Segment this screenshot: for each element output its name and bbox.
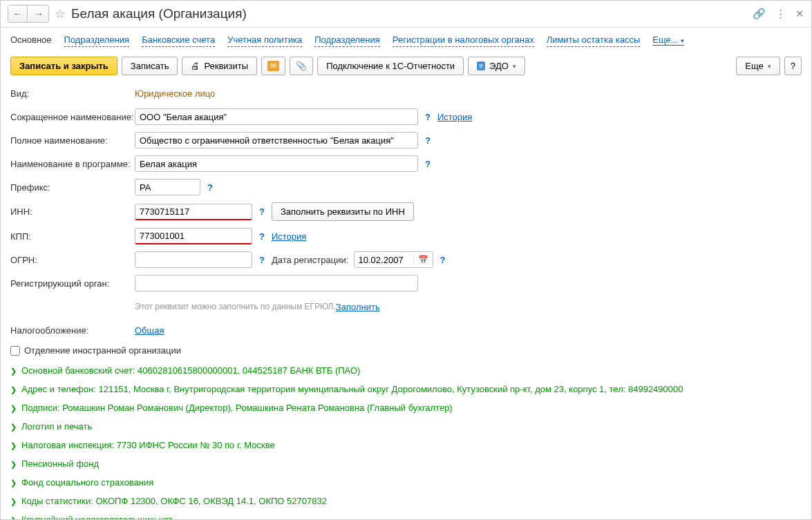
chevron-right-icon: ❯ (10, 497, 17, 506)
tab-accounting-policy[interactable]: Учетная политика (227, 35, 302, 47)
reg-date-input[interactable] (355, 253, 413, 267)
paperclip-icon (296, 61, 307, 71)
tab-subdivisions-2[interactable]: Подразделения (314, 35, 380, 47)
kpp-help[interactable]: ? (259, 231, 265, 242)
short-name-label: Сокращенное наименование: (10, 112, 135, 122)
inn-label: ИНН: (10, 206, 135, 217)
tab-bank-accounts[interactable]: Банковские счета (142, 35, 215, 47)
favorite-star-icon[interactable]: ☆ (55, 6, 66, 21)
chevron-right-icon: ❯ (10, 441, 17, 450)
close-icon[interactable]: ✕ (795, 8, 804, 20)
section-logo-stamp[interactable]: ❯Логотип и печать (10, 421, 802, 432)
kebab-menu-icon[interactable]: ⋮ (775, 8, 786, 20)
chevron-right-icon: ❯ (10, 385, 17, 394)
section-address-phone[interactable]: ❯Адрес и телефон: 121151, Москва г, Внут… (10, 384, 802, 394)
tab-subdivisions[interactable]: Подразделения (64, 35, 130, 47)
short-name-help[interactable]: ? (425, 112, 431, 122)
mail-button[interactable]: ✉ (261, 57, 285, 75)
chevron-right-icon: ❯ (10, 460, 17, 469)
kpp-input[interactable] (135, 228, 252, 244)
fill-link[interactable]: Заполнить (336, 302, 380, 312)
prog-name-label: Наименование в программе: (10, 159, 135, 169)
reg-org-input[interactable] (135, 275, 418, 291)
prefix-label: Префикс: (10, 182, 135, 193)
foreign-org-checkbox[interactable] (10, 346, 20, 356)
chevron-right-icon: ❯ (10, 404, 17, 413)
print-icon (191, 61, 200, 71)
short-name-history-link[interactable]: История (437, 112, 472, 122)
tax-label: Налогообложение: (10, 325, 135, 336)
more-button[interactable]: Еще ▾ (736, 57, 780, 75)
section-bank-account[interactable]: ❯Основной банковский счет: 4060281061580… (10, 365, 802, 376)
ogrn-label: ОГРН: (10, 255, 135, 265)
section-signatures[interactable]: ❯Подписи: Ромашкин Роман Романович (Дире… (10, 403, 802, 413)
section-stat-codes[interactable]: ❯Коды статистики: ОКОПФ 12300, ОКФС 16, … (10, 496, 802, 506)
section-major-taxpayer[interactable]: ❯Крупнейший налогоплательщик: нет (10, 514, 802, 520)
inn-help[interactable]: ? (259, 206, 265, 217)
connect-1c-button[interactable]: Подключение к 1С-Отчетности (317, 57, 464, 75)
tab-tax-registrations[interactable]: Регистрации в налоговых органах (393, 35, 534, 47)
edo-button[interactable]: ≡ЭДО▾ (468, 57, 525, 75)
full-name-input[interactable] (135, 132, 418, 148)
full-name-label: Полное наименование: (10, 135, 135, 146)
type-value: Юридическое лицо (135, 88, 215, 99)
prog-name-input[interactable] (135, 155, 418, 172)
calendar-icon[interactable]: 📅 (413, 255, 433, 264)
nav-forward-button[interactable]: → (29, 6, 48, 22)
inn-input[interactable] (135, 204, 252, 220)
help-button[interactable]: ? (784, 57, 802, 75)
full-name-help[interactable]: ? (425, 135, 431, 146)
ogrn-help[interactable]: ? (259, 255, 265, 265)
kpp-label: КПП: (10, 231, 135, 242)
nav-back-button[interactable]: ← (8, 6, 28, 22)
requisites-button[interactable]: Реквизиты (182, 57, 257, 75)
ogrn-input[interactable] (135, 251, 252, 268)
short-name-input[interactable] (135, 108, 418, 125)
attach-button[interactable] (290, 57, 313, 75)
chevron-right-icon: ❯ (10, 479, 17, 488)
foreign-org-label: Отделение иностранной организации (24, 345, 181, 356)
type-label: Вид: (10, 88, 135, 99)
fill-by-inn-button[interactable]: Заполнить реквизиты по ИНН (272, 202, 414, 221)
tax-value-link[interactable]: Общая (135, 325, 164, 336)
reg-org-label: Регистрирующий орган: (10, 278, 135, 289)
edo-icon: ≡ (477, 61, 485, 70)
tab-more[interactable]: Еще... ▾ (652, 35, 684, 46)
link-icon[interactable]: 🔗 (753, 8, 766, 20)
tab-main[interactable]: Основное (10, 35, 52, 46)
chevron-right-icon: ❯ (10, 367, 17, 376)
prefix-input[interactable] (135, 179, 200, 195)
chevron-right-icon: ❯ (10, 423, 17, 432)
reg-date-label: Дата регистрации: (272, 255, 348, 265)
reg-org-hint: Этот реквизит можно заполнить по данным … (135, 302, 336, 311)
window-title: Белая акация (Организация) (71, 6, 753, 21)
save-and-close-button[interactable]: Записать и закрыть (10, 57, 117, 75)
mail-icon: ✉ (267, 61, 279, 71)
save-button[interactable]: Записать (122, 57, 178, 75)
prog-name-help[interactable]: ? (425, 159, 431, 169)
tab-cash-limits[interactable]: Лимиты остатка кассы (547, 35, 641, 47)
prefix-help[interactable]: ? (207, 182, 213, 193)
section-tax-inspection[interactable]: ❯Налоговая инспекция: 7730 ИФНС России №… (10, 440, 802, 450)
section-social-insurance[interactable]: ❯Фонд социального страхования (10, 477, 802, 488)
chevron-right-icon: ❯ (10, 516, 17, 520)
reg-date-help[interactable]: ? (440, 255, 446, 265)
section-pension-fund[interactable]: ❯Пенсионный фонд (10, 459, 802, 469)
kpp-history-link[interactable]: История (272, 231, 306, 242)
